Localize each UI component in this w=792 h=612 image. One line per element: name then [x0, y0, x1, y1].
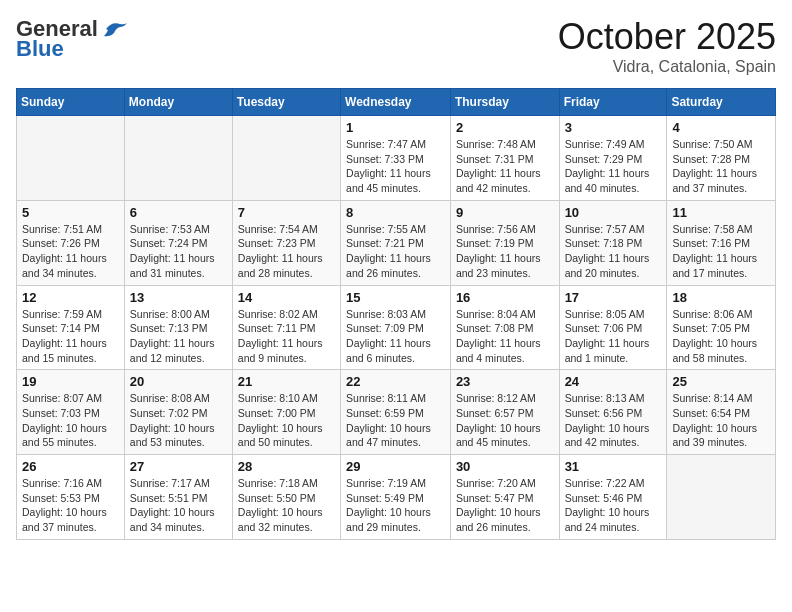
calendar-week-row: 26Sunrise: 7:16 AM Sunset: 5:53 PM Dayli…	[17, 455, 776, 540]
day-number: 4	[672, 120, 770, 135]
day-info: Sunrise: 8:14 AM Sunset: 6:54 PM Dayligh…	[672, 391, 770, 450]
title-section: October 2025 Vidra, Catalonia, Spain	[558, 16, 776, 76]
day-number: 29	[346, 459, 445, 474]
day-number: 19	[22, 374, 119, 389]
calendar-cell: 29Sunrise: 7:19 AM Sunset: 5:49 PM Dayli…	[341, 455, 451, 540]
day-info: Sunrise: 8:03 AM Sunset: 7:09 PM Dayligh…	[346, 307, 445, 366]
calendar-cell	[667, 455, 776, 540]
day-info: Sunrise: 7:17 AM Sunset: 5:51 PM Dayligh…	[130, 476, 227, 535]
day-info: Sunrise: 8:10 AM Sunset: 7:00 PM Dayligh…	[238, 391, 335, 450]
day-info: Sunrise: 7:18 AM Sunset: 5:50 PM Dayligh…	[238, 476, 335, 535]
calendar-week-row: 1Sunrise: 7:47 AM Sunset: 7:33 PM Daylig…	[17, 116, 776, 201]
day-number: 23	[456, 374, 554, 389]
calendar-cell: 16Sunrise: 8:04 AM Sunset: 7:08 PM Dayli…	[450, 285, 559, 370]
day-number: 11	[672, 205, 770, 220]
calendar-cell	[232, 116, 340, 201]
day-info: Sunrise: 7:48 AM Sunset: 7:31 PM Dayligh…	[456, 137, 554, 196]
calendar-cell: 8Sunrise: 7:55 AM Sunset: 7:21 PM Daylig…	[341, 200, 451, 285]
day-info: Sunrise: 7:50 AM Sunset: 7:28 PM Dayligh…	[672, 137, 770, 196]
calendar-cell: 13Sunrise: 8:00 AM Sunset: 7:13 PM Dayli…	[124, 285, 232, 370]
calendar-title: October 2025	[558, 16, 776, 58]
calendar-cell: 15Sunrise: 8:03 AM Sunset: 7:09 PM Dayli…	[341, 285, 451, 370]
day-info: Sunrise: 7:58 AM Sunset: 7:16 PM Dayligh…	[672, 222, 770, 281]
weekday-header-tuesday: Tuesday	[232, 89, 340, 116]
day-info: Sunrise: 7:20 AM Sunset: 5:47 PM Dayligh…	[456, 476, 554, 535]
calendar-cell: 22Sunrise: 8:11 AM Sunset: 6:59 PM Dayli…	[341, 370, 451, 455]
day-number: 2	[456, 120, 554, 135]
calendar-cell: 21Sunrise: 8:10 AM Sunset: 7:00 PM Dayli…	[232, 370, 340, 455]
day-number: 27	[130, 459, 227, 474]
calendar-cell: 27Sunrise: 7:17 AM Sunset: 5:51 PM Dayli…	[124, 455, 232, 540]
weekday-header-wednesday: Wednesday	[341, 89, 451, 116]
day-number: 28	[238, 459, 335, 474]
day-number: 26	[22, 459, 119, 474]
calendar-cell: 3Sunrise: 7:49 AM Sunset: 7:29 PM Daylig…	[559, 116, 667, 201]
calendar-week-row: 5Sunrise: 7:51 AM Sunset: 7:26 PM Daylig…	[17, 200, 776, 285]
day-number: 3	[565, 120, 662, 135]
day-info: Sunrise: 7:22 AM Sunset: 5:46 PM Dayligh…	[565, 476, 662, 535]
day-info: Sunrise: 8:07 AM Sunset: 7:03 PM Dayligh…	[22, 391, 119, 450]
day-number: 7	[238, 205, 335, 220]
day-info: Sunrise: 8:00 AM Sunset: 7:13 PM Dayligh…	[130, 307, 227, 366]
day-info: Sunrise: 7:55 AM Sunset: 7:21 PM Dayligh…	[346, 222, 445, 281]
calendar-cell: 17Sunrise: 8:05 AM Sunset: 7:06 PM Dayli…	[559, 285, 667, 370]
calendar-cell: 1Sunrise: 7:47 AM Sunset: 7:33 PM Daylig…	[341, 116, 451, 201]
calendar-cell: 9Sunrise: 7:56 AM Sunset: 7:19 PM Daylig…	[450, 200, 559, 285]
calendar-cell: 7Sunrise: 7:54 AM Sunset: 7:23 PM Daylig…	[232, 200, 340, 285]
weekday-header-saturday: Saturday	[667, 89, 776, 116]
day-number: 18	[672, 290, 770, 305]
calendar-cell: 4Sunrise: 7:50 AM Sunset: 7:28 PM Daylig…	[667, 116, 776, 201]
calendar-week-row: 12Sunrise: 7:59 AM Sunset: 7:14 PM Dayli…	[17, 285, 776, 370]
calendar-cell: 10Sunrise: 7:57 AM Sunset: 7:18 PM Dayli…	[559, 200, 667, 285]
day-number: 17	[565, 290, 662, 305]
calendar-cell: 28Sunrise: 7:18 AM Sunset: 5:50 PM Dayli…	[232, 455, 340, 540]
calendar-cell: 25Sunrise: 8:14 AM Sunset: 6:54 PM Dayli…	[667, 370, 776, 455]
day-number: 5	[22, 205, 119, 220]
day-number: 1	[346, 120, 445, 135]
day-info: Sunrise: 8:02 AM Sunset: 7:11 PM Dayligh…	[238, 307, 335, 366]
day-info: Sunrise: 7:49 AM Sunset: 7:29 PM Dayligh…	[565, 137, 662, 196]
weekday-header-monday: Monday	[124, 89, 232, 116]
calendar-cell: 18Sunrise: 8:06 AM Sunset: 7:05 PM Dayli…	[667, 285, 776, 370]
weekday-header-thursday: Thursday	[450, 89, 559, 116]
weekday-header-friday: Friday	[559, 89, 667, 116]
day-number: 14	[238, 290, 335, 305]
day-number: 8	[346, 205, 445, 220]
day-info: Sunrise: 8:11 AM Sunset: 6:59 PM Dayligh…	[346, 391, 445, 450]
day-number: 30	[456, 459, 554, 474]
day-info: Sunrise: 7:53 AM Sunset: 7:24 PM Dayligh…	[130, 222, 227, 281]
calendar-cell: 12Sunrise: 7:59 AM Sunset: 7:14 PM Dayli…	[17, 285, 125, 370]
day-number: 6	[130, 205, 227, 220]
day-number: 9	[456, 205, 554, 220]
day-info: Sunrise: 7:19 AM Sunset: 5:49 PM Dayligh…	[346, 476, 445, 535]
calendar-cell: 2Sunrise: 7:48 AM Sunset: 7:31 PM Daylig…	[450, 116, 559, 201]
calendar-cell: 19Sunrise: 8:07 AM Sunset: 7:03 PM Dayli…	[17, 370, 125, 455]
calendar-cell: 5Sunrise: 7:51 AM Sunset: 7:26 PM Daylig…	[17, 200, 125, 285]
day-info: Sunrise: 7:51 AM Sunset: 7:26 PM Dayligh…	[22, 222, 119, 281]
day-info: Sunrise: 8:08 AM Sunset: 7:02 PM Dayligh…	[130, 391, 227, 450]
day-number: 31	[565, 459, 662, 474]
calendar-cell: 26Sunrise: 7:16 AM Sunset: 5:53 PM Dayli…	[17, 455, 125, 540]
day-info: Sunrise: 8:04 AM Sunset: 7:08 PM Dayligh…	[456, 307, 554, 366]
day-info: Sunrise: 7:16 AM Sunset: 5:53 PM Dayligh…	[22, 476, 119, 535]
calendar-subtitle: Vidra, Catalonia, Spain	[558, 58, 776, 76]
day-info: Sunrise: 7:56 AM Sunset: 7:19 PM Dayligh…	[456, 222, 554, 281]
day-number: 16	[456, 290, 554, 305]
day-info: Sunrise: 7:59 AM Sunset: 7:14 PM Dayligh…	[22, 307, 119, 366]
calendar-cell: 24Sunrise: 8:13 AM Sunset: 6:56 PM Dayli…	[559, 370, 667, 455]
calendar-table: SundayMondayTuesdayWednesdayThursdayFrid…	[16, 88, 776, 540]
weekday-header-row: SundayMondayTuesdayWednesdayThursdayFrid…	[17, 89, 776, 116]
day-number: 21	[238, 374, 335, 389]
logo-blue: Blue	[16, 36, 64, 62]
page-header: General Blue October 2025 Vidra, Catalon…	[16, 16, 776, 76]
calendar-cell: 23Sunrise: 8:12 AM Sunset: 6:57 PM Dayli…	[450, 370, 559, 455]
day-number: 12	[22, 290, 119, 305]
calendar-cell: 6Sunrise: 7:53 AM Sunset: 7:24 PM Daylig…	[124, 200, 232, 285]
calendar-cell	[17, 116, 125, 201]
day-info: Sunrise: 7:57 AM Sunset: 7:18 PM Dayligh…	[565, 222, 662, 281]
logo-bird-icon	[102, 19, 128, 39]
day-info: Sunrise: 7:54 AM Sunset: 7:23 PM Dayligh…	[238, 222, 335, 281]
calendar-cell: 31Sunrise: 7:22 AM Sunset: 5:46 PM Dayli…	[559, 455, 667, 540]
day-number: 20	[130, 374, 227, 389]
calendar-week-row: 19Sunrise: 8:07 AM Sunset: 7:03 PM Dayli…	[17, 370, 776, 455]
